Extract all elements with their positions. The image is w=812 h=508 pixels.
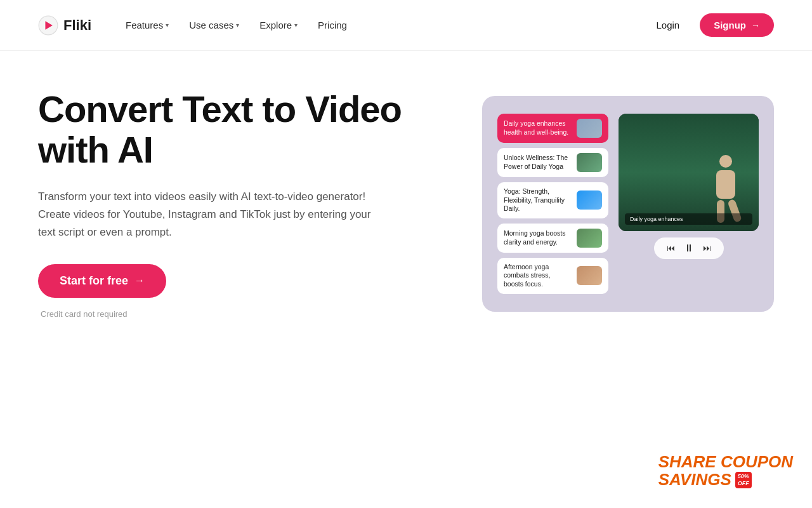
thumb-yoga3: [577, 190, 602, 210]
video-preview: Daily yoga enhances: [619, 114, 759, 231]
list-item[interactable]: Daily yoga enhances health and well-bein…: [497, 114, 608, 143]
list-item[interactable]: Morning yoga boosts clarity and energy.: [497, 224, 608, 253]
coupon-badge[interactable]: SHARE COUPON SAVINGS 50% OFF: [658, 453, 793, 489]
mockup-container: Daily yoga enhances health and well-bein…: [482, 96, 774, 312]
pause-icon[interactable]: ⏸: [684, 243, 694, 254]
video-controls: ⏮ ⏸ ⏭: [654, 237, 724, 259]
credit-note: Credit card not required: [41, 309, 431, 319]
use-cases-chevron-icon: ▾: [236, 22, 239, 29]
features-chevron-icon: ▾: [166, 22, 169, 29]
thumb-yoga4: [577, 229, 602, 248]
thumb-yoga1: [577, 119, 602, 138]
video-caption: Daily yoga enhances: [625, 213, 752, 225]
skip-back-icon[interactable]: ⏮: [667, 243, 675, 253]
fliki-logo-icon: [38, 15, 58, 36]
thumb-yoga5: [577, 266, 602, 285]
hero-description: Transform your text into videos easily w…: [38, 188, 381, 241]
nav-features[interactable]: Features ▾: [117, 15, 178, 36]
video-list-panel: Daily yoga enhances health and well-bein…: [497, 114, 608, 294]
logo[interactable]: Fliki: [38, 15, 91, 36]
coupon-savings-text: SAVINGS 50% OFF: [658, 471, 793, 489]
login-button[interactable]: Login: [646, 15, 690, 36]
coupon-share-text: SHARE COUPON: [658, 453, 793, 471]
signup-button[interactable]: Signup →: [700, 13, 774, 37]
person-head: [719, 155, 732, 168]
cta-arrow-icon: →: [134, 275, 145, 286]
nav-use-cases[interactable]: Use cases ▾: [180, 15, 248, 36]
list-item[interactable]: Unlock Wellness: The Power of Daily Yoga: [497, 148, 608, 177]
logo-text: Fliki: [63, 17, 91, 34]
coupon-discount-tag: 50% OFF: [735, 472, 752, 488]
nav-explore[interactable]: Explore ▾: [251, 15, 306, 36]
start-free-button[interactable]: Start for free →: [38, 264, 166, 298]
list-item[interactable]: Yoga: Strength, Flexibility, Tranquility…: [497, 182, 608, 218]
thumb-yoga2: [577, 153, 602, 172]
list-item[interactable]: Afternoon yoga combats stress, boosts fo…: [497, 258, 608, 294]
explore-chevron-icon: ▾: [294, 22, 298, 29]
nav-pricing[interactable]: Pricing: [309, 15, 356, 36]
person-figure: [705, 155, 746, 222]
hero-title: Convert Text to Video with AI: [38, 89, 431, 170]
skip-forward-icon[interactable]: ⏭: [703, 243, 711, 253]
signup-arrow-icon: →: [751, 20, 760, 30]
video-preview-panel: Daily yoga enhances ⏮ ⏸ ⏭: [619, 114, 759, 294]
mockup-panel: Daily yoga enhances health and well-bein…: [482, 96, 774, 312]
person-torso: [716, 170, 735, 199]
